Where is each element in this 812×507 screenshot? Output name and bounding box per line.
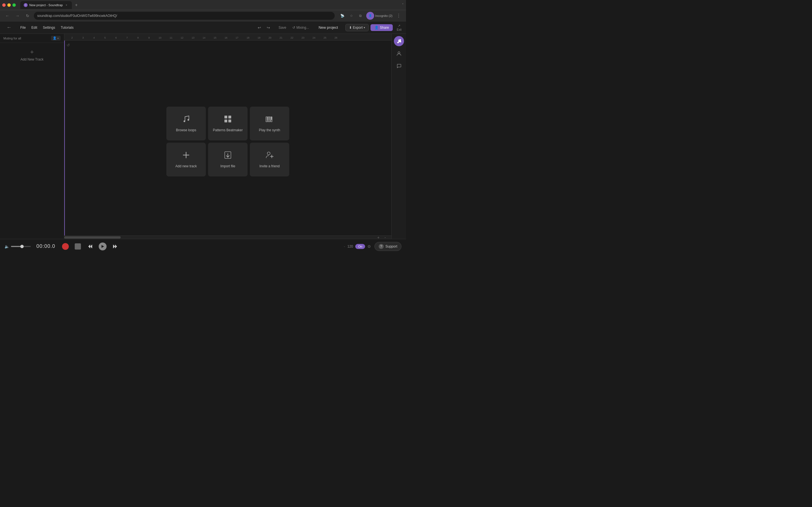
transport-settings-button[interactable]: ⚙ xyxy=(367,244,371,249)
zoom-out-button[interactable]: - xyxy=(382,235,388,240)
sidebar: Muting for all 👤 × + Add New Track xyxy=(0,34,64,239)
play-synth-label: Play the synth xyxy=(259,128,280,133)
main-layout: Muting for all 👤 × + Add New Track 2 3 xyxy=(0,34,406,239)
mute-x-icon: × xyxy=(57,37,59,40)
add-new-track-icon xyxy=(182,151,191,161)
mixing-button[interactable]: ↺ Mixing... xyxy=(290,24,311,31)
address-bar[interactable]: soundtrap.com/studio/P3ulOnWGTw699ncwkAO… xyxy=(34,12,335,20)
loop-icon[interactable]: ↺ xyxy=(66,43,70,47)
volume-icon: 🔈 xyxy=(4,244,9,249)
add-new-track-card[interactable]: Add new track xyxy=(166,143,206,176)
maximize-traffic-light[interactable] xyxy=(12,3,16,7)
svg-marker-24 xyxy=(90,244,92,248)
bookmark-icon[interactable]: ☆ xyxy=(348,12,355,19)
undo-button[interactable]: ↩ xyxy=(255,24,263,32)
save-button[interactable]: Save xyxy=(276,24,289,31)
patterns-beatmaker-card[interactable]: Patterns Beatmaker xyxy=(208,107,248,140)
bpm-value: 120 xyxy=(347,244,353,248)
toolbar-icons: 📡 ☆ ⧉ 👤 Incognito (2) ⋮ xyxy=(339,12,403,20)
exit-button[interactable]: ↗ Exit xyxy=(397,24,402,31)
nav-file[interactable]: File xyxy=(18,24,28,31)
rewind-button[interactable] xyxy=(86,242,95,251)
right-panel xyxy=(391,34,406,239)
svg-point-1 xyxy=(188,119,189,121)
window-controls: ˅ xyxy=(402,3,404,7)
bpm-separator: - xyxy=(344,244,345,249)
svg-rect-10 xyxy=(267,117,268,120)
profile-icon: 👤 xyxy=(366,12,374,20)
metronome-on-button[interactable]: On xyxy=(355,244,365,249)
invite-friend-card[interactable]: Invite a friend xyxy=(250,143,289,176)
add-track-button[interactable]: + Add New Track xyxy=(0,43,64,239)
svg-rect-6 xyxy=(266,117,267,122)
svg-rect-4 xyxy=(224,119,227,122)
nav-tutorials[interactable]: Tutorials xyxy=(58,24,76,31)
ruler-num-5: 5 xyxy=(100,36,110,39)
timeline-area: 2 3 4 5 6 7 8 9 10 11 12 13 14 15 16 17 … xyxy=(64,34,391,239)
browse-loops-card[interactable]: Browse loops xyxy=(166,107,206,140)
volume-thumb[interactable] xyxy=(20,245,24,248)
split-view-icon[interactable]: ⧉ xyxy=(357,12,364,19)
track-content: ↺ Browse loops xyxy=(64,41,391,235)
play-synth-icon xyxy=(265,114,274,125)
stop-square xyxy=(75,243,81,249)
import-file-card[interactable]: Import file xyxy=(208,143,248,176)
forward-button[interactable]: → xyxy=(13,12,21,20)
muting-label: Muting for all xyxy=(3,37,21,40)
svg-marker-26 xyxy=(113,244,115,248)
tab-close-button[interactable]: × xyxy=(64,3,68,7)
tab-title: New project - Soundtrap xyxy=(29,3,63,7)
patterns-beatmaker-icon xyxy=(223,114,232,125)
svg-rect-5 xyxy=(229,119,231,122)
export-button[interactable]: ⬇ Export ▾ xyxy=(345,24,369,31)
horizontal-scrollbar[interactable] xyxy=(64,236,121,238)
share-button[interactable]: 👤 Share xyxy=(370,24,393,31)
ruler-num-24: 24 xyxy=(308,36,319,39)
volume-slider[interactable] xyxy=(11,246,31,247)
exit-icon: ↗ xyxy=(398,24,400,27)
incognito-label: Incognito (2) xyxy=(375,14,393,17)
svg-marker-25 xyxy=(101,245,104,248)
app-header: ← File Edit Settings Tutorials ↩ ↪ Save … xyxy=(0,21,406,34)
nav-settings[interactable]: Settings xyxy=(41,24,57,31)
add-track-label: Add New Track xyxy=(20,57,43,61)
new-tab-button[interactable]: + xyxy=(73,2,80,8)
comments-button[interactable] xyxy=(394,61,404,71)
refresh-button[interactable]: ↻ xyxy=(24,12,32,20)
support-button[interactable]: ? Support xyxy=(374,242,402,251)
play-button[interactable] xyxy=(98,242,107,251)
mixing-icon: ↺ xyxy=(292,25,295,30)
close-traffic-light[interactable] xyxy=(2,3,6,7)
play-synth-card[interactable]: Play the synth xyxy=(250,107,289,140)
sidebar-header: Muting for all 👤 × xyxy=(0,34,64,43)
browser-menu-button[interactable]: ⋮ xyxy=(395,12,403,20)
tab-favicon: S xyxy=(24,3,28,7)
browse-loops-label: Browse loops xyxy=(176,128,196,133)
action-grid: Browse loops Patterns Beatmaker xyxy=(166,107,289,176)
cast-icon[interactable]: 📡 xyxy=(339,12,346,19)
profile-area[interactable]: 👤 Incognito (2) xyxy=(366,12,393,20)
ruler-num-22: 22 xyxy=(287,36,297,39)
support-icon: ? xyxy=(378,244,384,249)
ruler-num-4: 4 xyxy=(89,36,100,39)
fast-forward-button[interactable] xyxy=(110,242,119,251)
stop-button[interactable] xyxy=(73,242,82,251)
app-back-button[interactable]: ← xyxy=(4,23,13,32)
project-title[interactable]: New project xyxy=(319,25,338,30)
import-file-icon xyxy=(223,151,232,161)
active-tab[interactable]: S New project - Soundtrap × xyxy=(20,1,72,9)
ruler-num-6: 6 xyxy=(110,36,121,39)
nav-edit[interactable]: Edit xyxy=(29,24,40,31)
zoom-in-button[interactable]: + xyxy=(375,235,381,240)
mute-controls[interactable]: 👤 × xyxy=(51,36,61,41)
mute-person-icon: 👤 xyxy=(53,36,57,40)
minimize-traffic-light[interactable] xyxy=(7,3,11,7)
redo-button[interactable]: ↪ xyxy=(264,24,272,32)
record-dot xyxy=(62,243,69,250)
music-library-button[interactable] xyxy=(394,36,404,46)
collaborators-button[interactable] xyxy=(394,48,404,59)
address-bar-row: ← → ↻ soundtrap.com/studio/P3ulOnWGTw699… xyxy=(0,10,406,21)
svg-rect-2 xyxy=(224,115,227,118)
back-button[interactable]: ← xyxy=(3,12,11,20)
record-button[interactable] xyxy=(61,242,70,251)
